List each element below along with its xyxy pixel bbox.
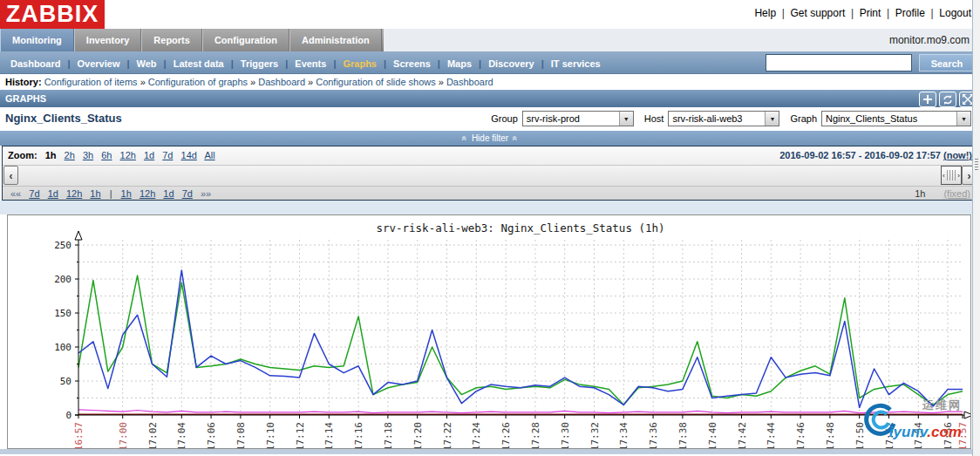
subnav-latest-data[interactable]: Latest data bbox=[170, 58, 228, 69]
group-select[interactable]: srv-risk-prod bbox=[522, 111, 634, 126]
hide-filter-label: Hide filter bbox=[472, 133, 508, 143]
svg-text:17:34: 17:34 bbox=[618, 422, 630, 448]
move-back-12h[interactable]: 12h bbox=[66, 188, 82, 199]
tab-administration[interactable]: Administration bbox=[289, 29, 382, 51]
history-link[interactable]: Dashboard bbox=[258, 77, 305, 87]
subnav-web[interactable]: Web bbox=[133, 58, 160, 69]
move-back-7d[interactable]: 7d bbox=[29, 188, 39, 199]
svg-text:17:36: 17:36 bbox=[648, 422, 659, 448]
move-back-1h[interactable]: 1h bbox=[90, 188, 100, 199]
svg-text:17:50: 17:50 bbox=[854, 422, 866, 448]
logout-link[interactable]: Logout bbox=[939, 7, 971, 19]
refresh-button[interactable] bbox=[939, 92, 956, 107]
scroll-left-button[interactable] bbox=[3, 166, 18, 185]
subnav-dashboard[interactable]: Dashboard bbox=[7, 58, 64, 69]
subnav-events[interactable]: Events bbox=[291, 58, 330, 69]
tab-monitoring[interactable]: Monitoring bbox=[0, 29, 74, 51]
svg-text:17:46: 17:46 bbox=[795, 422, 806, 448]
zabbix-logo[interactable]: ZABBIX bbox=[0, 0, 105, 29]
search-input[interactable] bbox=[766, 54, 912, 71]
spacer bbox=[0, 201, 980, 214]
chevron-down-icon[interactable] bbox=[956, 112, 970, 126]
fixed-link[interactable]: (fixed) bbox=[943, 188, 970, 199]
subnav-graphs[interactable]: Graphs bbox=[339, 58, 380, 69]
move-back-1d[interactable]: 1d bbox=[48, 188, 58, 199]
svg-text:17:12: 17:12 bbox=[295, 422, 306, 448]
get-support-link[interactable]: Get support bbox=[791, 7, 860, 19]
host-select[interactable]: srv-risk-ali-web3 bbox=[668, 111, 779, 126]
zoom-link-14d[interactable]: 14d bbox=[181, 150, 197, 160]
top-links: HelpGet supportPrintProfileLogout bbox=[754, 7, 971, 19]
tab-reports[interactable]: Reports bbox=[141, 29, 202, 51]
chevron-down-icon[interactable] bbox=[765, 112, 779, 126]
nginx-clients-status-chart: srv-risk-ali-web3: Nginx_Clients_Status … bbox=[8, 215, 970, 448]
separator: » bbox=[138, 77, 148, 87]
svg-text:17:40: 17:40 bbox=[707, 422, 718, 448]
zabbix-page: ZABBIX HelpGet supportPrintProfileLogout… bbox=[0, 0, 980, 456]
date-from[interactable]: 2016-09-02 16:57 bbox=[779, 150, 855, 160]
svg-text:17:14: 17:14 bbox=[323, 422, 335, 448]
zoom-link-6h[interactable]: 6h bbox=[101, 150, 112, 160]
scrollbar-handle[interactable]: ‹ › bbox=[941, 166, 962, 185]
svg-text:50: 50 bbox=[60, 376, 71, 387]
search-button[interactable]: Search bbox=[919, 54, 975, 71]
zoom-link-1d[interactable]: 1d bbox=[144, 150, 154, 160]
separator: | bbox=[330, 58, 339, 69]
zoom-link-7d[interactable]: 7d bbox=[162, 150, 173, 160]
tab-configuration[interactable]: Configuration bbox=[202, 29, 289, 51]
svg-text:17:00: 17:00 bbox=[118, 422, 129, 448]
move-fwd-7d[interactable]: 7d bbox=[182, 188, 193, 199]
subnav-triggers[interactable]: Triggers bbox=[237, 58, 282, 69]
separator: | bbox=[228, 58, 237, 69]
tab-inventory[interactable]: Inventory bbox=[74, 29, 142, 51]
zoom-link-12h[interactable]: 12h bbox=[120, 150, 136, 160]
server-name: monitor.mo9.com bbox=[889, 34, 970, 46]
history-link[interactable]: Configuration of items bbox=[44, 77, 138, 87]
history-link[interactable]: Configuration of slide shows bbox=[316, 77, 436, 87]
subnav-discovery[interactable]: Discovery bbox=[485, 58, 538, 69]
move-far-left[interactable]: «« bbox=[10, 188, 21, 199]
window-edge-scrollbar[interactable] bbox=[972, 0, 980, 456]
svg-text:17:18: 17:18 bbox=[383, 422, 394, 448]
graph-chart: srv-risk-ali-web3: Nginx_Clients_Status … bbox=[7, 214, 971, 449]
hide-filter-bar[interactable]: «Hide filter« bbox=[0, 131, 980, 146]
handle-left-icon[interactable]: ‹ bbox=[942, 172, 946, 180]
now-link[interactable]: (now!) bbox=[943, 150, 972, 160]
graph-select-value: Nginx_Clients_Status bbox=[822, 113, 956, 124]
subnav-it-services[interactable]: IT services bbox=[548, 58, 604, 69]
print-link[interactable]: Print bbox=[860, 7, 895, 19]
subnav-screens[interactable]: Screens bbox=[390, 58, 434, 69]
subnav-maps[interactable]: Maps bbox=[444, 58, 475, 69]
history-link[interactable]: Configuration of graphs bbox=[148, 77, 248, 87]
svg-text:17:04: 17:04 bbox=[176, 422, 187, 448]
chevron-down-icon[interactable] bbox=[619, 112, 633, 126]
history-link[interactable]: Dashboard bbox=[446, 77, 493, 87]
zoom-link-all[interactable]: All bbox=[204, 150, 214, 160]
move-fwd-1d[interactable]: 1d bbox=[163, 188, 174, 199]
svg-text:16:57: 16:57 bbox=[73, 422, 85, 448]
separator: » bbox=[305, 77, 316, 87]
svg-text:150: 150 bbox=[54, 308, 71, 319]
scrollbar-grip-icon bbox=[975, 159, 978, 171]
top-bar: ZABBIX HelpGet supportPrintProfileLogout bbox=[0, 0, 980, 29]
zoom-link-2h[interactable]: 2h bbox=[65, 150, 75, 160]
host-select-value: srv-risk-ali-web3 bbox=[669, 113, 765, 124]
graph-select[interactable]: Nginx_Clients_Status bbox=[821, 111, 971, 126]
move-fwd-12h[interactable]: 12h bbox=[140, 188, 155, 199]
help-link[interactable]: Help bbox=[754, 7, 790, 19]
main-nav: Monitoring Inventory Reports Configurati… bbox=[0, 29, 980, 51]
add-graph-button[interactable] bbox=[919, 92, 936, 107]
separator: | bbox=[282, 58, 291, 69]
main-nav-tabs: Monitoring Inventory Reports Configurati… bbox=[0, 29, 384, 51]
move-fwd-1h[interactable]: 1h bbox=[121, 188, 132, 199]
time-filter-widget: Zoom: 1h 2h 3h 6h 12h 1d 7d 14d All 2016… bbox=[2, 146, 978, 201]
zoom-link-3h[interactable]: 3h bbox=[83, 150, 93, 160]
profile-link[interactable]: Profile bbox=[895, 7, 939, 19]
svg-text:17:52: 17:52 bbox=[884, 422, 895, 448]
handle-right-icon[interactable]: › bbox=[956, 172, 961, 180]
time-scrollbar[interactable]: ‹ › bbox=[3, 166, 977, 187]
subnav-overview[interactable]: Overview bbox=[74, 58, 124, 69]
svg-text:17:57: 17:57 bbox=[957, 422, 969, 448]
move-far-right[interactable]: »» bbox=[201, 188, 211, 199]
date-to[interactable]: 2016-09-02 17:57 bbox=[864, 150, 940, 160]
